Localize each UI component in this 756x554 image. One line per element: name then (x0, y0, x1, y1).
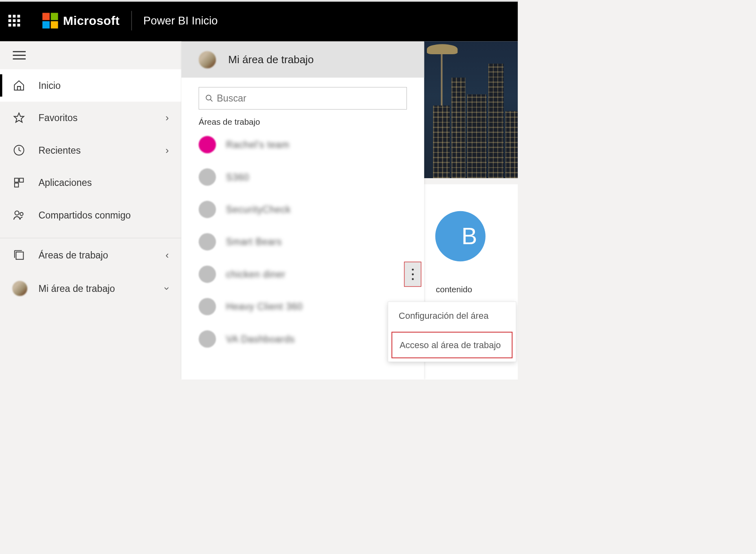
svg-point-6 (20, 212, 23, 216)
workspaces-section-label: Áreas de trabajo (181, 115, 424, 128)
avatar (12, 281, 27, 296)
left-nav: Inicio Favoritos › Recientes › Aplicacio… (0, 41, 181, 380)
nav-collapse-button[interactable] (0, 41, 181, 69)
microsoft-logo-icon (42, 13, 58, 29)
search-input[interactable] (217, 93, 400, 104)
header-divider (131, 11, 132, 31)
workspace-label: VA Dashboards (226, 333, 295, 344)
workspace-label: S360 (226, 172, 249, 183)
chevron-right-icon: › (165, 144, 169, 156)
content-label: contenido (436, 285, 472, 294)
workspace-avatar-circle: B (435, 211, 486, 261)
workspace-avatar-letter: B (462, 223, 477, 249)
chevron-down-icon: › (161, 287, 173, 290)
people-icon (12, 208, 26, 222)
workspace-icon (199, 136, 216, 153)
clock-icon (12, 143, 26, 157)
menu-item-workspace-access[interactable]: Acceso al área de trabajo (391, 332, 512, 358)
nav-item-my-workspace[interactable]: Mi área de trabajo › (0, 272, 181, 305)
menu-item-workspace-settings[interactable]: Configuración del área (388, 302, 516, 330)
flyout-header[interactable]: Mi área de trabajo (181, 42, 424, 78)
chevron-right-icon: › (165, 112, 169, 124)
workspaces-icon (12, 248, 26, 262)
nav-item-home[interactable]: Inicio (0, 69, 181, 102)
workspace-icon (199, 201, 216, 218)
svg-rect-7 (16, 252, 23, 259)
nav-item-label: Mi área de trabajo (39, 283, 166, 294)
svg-line-9 (210, 99, 212, 102)
workspace-icon (199, 168, 216, 185)
svg-rect-4 (15, 183, 19, 187)
workspace-label: Rachel's team (226, 139, 290, 150)
workspace-item[interactable]: Rachel's team (181, 128, 424, 161)
nav-item-label: Compartidos conmigo (39, 210, 169, 221)
workspace-icon (199, 298, 216, 315)
workspace-label: SecurityCheck (226, 204, 291, 215)
avatar (199, 51, 216, 68)
workspace-item[interactable]: Smart Bears (181, 225, 424, 258)
svg-point-5 (15, 211, 19, 215)
workspace-label: Heavy Client 360 (226, 301, 303, 312)
star-icon (12, 111, 26, 125)
nav-item-label: Inicio (39, 80, 169, 91)
global-header: Microsoft Power BI Inicio (0, 0, 518, 41)
workspace-item[interactable]: SecurityCheck (181, 193, 424, 225)
workspace-icon (199, 265, 216, 283)
nav-item-label: Áreas de trabajo (39, 249, 166, 260)
flyout-title: Mi área de trabajo (228, 54, 314, 66)
workspace-item[interactable]: chicken diner (181, 258, 424, 290)
workspace-context-menu: Configuración del área Acceso al área de… (388, 302, 516, 362)
svg-rect-3 (20, 178, 24, 182)
nav-item-favorites[interactable]: Favoritos › (0, 102, 181, 134)
search-input-wrapper[interactable] (199, 87, 407, 110)
svg-point-8 (206, 95, 211, 100)
app-title: Power BI Inicio (143, 14, 218, 27)
nav-item-label: Recientes (39, 145, 166, 156)
nav-item-recent[interactable]: Recientes › (0, 134, 181, 166)
workspace-icon (199, 330, 216, 347)
home-icon (12, 79, 26, 92)
workspace-item[interactable]: S360 (181, 161, 424, 193)
hero-background (424, 41, 518, 178)
nav-item-apps[interactable]: Aplicaciones (0, 166, 181, 199)
chevron-left-icon: ‹ (165, 249, 169, 261)
window-chrome (0, 0, 518, 2)
nav-item-workspaces[interactable]: Áreas de trabajo ‹ (0, 238, 181, 271)
more-options-button[interactable] (404, 262, 421, 287)
workspace-icon (199, 233, 216, 250)
microsoft-brand-text: Microsoft (63, 14, 120, 28)
microsoft-logo: Microsoft (42, 13, 119, 29)
nav-item-label: Aplicaciones (39, 177, 169, 188)
workspace-label: chicken diner (226, 269, 286, 280)
nav-item-label: Favoritos (39, 113, 166, 124)
svg-rect-2 (15, 178, 19, 182)
apps-icon (12, 176, 26, 190)
hamburger-icon (13, 51, 26, 60)
search-icon (205, 94, 213, 103)
nav-item-shared[interactable]: Compartidos conmigo (0, 199, 181, 231)
svg-marker-0 (14, 113, 24, 122)
app-launcher-icon[interactable] (9, 15, 20, 26)
workspace-label: Smart Bears (226, 236, 282, 247)
